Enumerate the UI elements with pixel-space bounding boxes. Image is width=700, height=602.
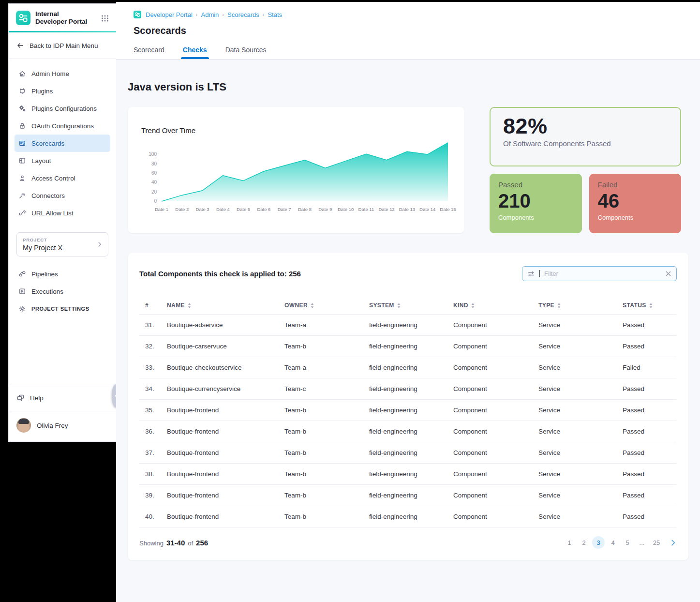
cell-type: Service [538,470,623,478]
breadcrumb-link-stats[interactable]: Stats [268,11,282,18]
cell-kind: Component [453,492,538,499]
cell-name: Boutique-frontend [167,492,284,499]
help-button[interactable]: Help [9,385,116,411]
table-row[interactable]: 38. Boutique-frontend Team-b field-engin… [139,464,677,485]
percent-passed-value: 82% [503,114,668,139]
gears-icon [18,105,26,112]
cell-system: field-engineering [369,343,453,350]
sidebar-item-scorecards[interactable]: Scorecards [15,135,110,152]
table-row[interactable]: 33. Boutique-checkoutservice Team-a fiel… [139,357,677,378]
column-label: TYPE [538,302,554,309]
svg-text:Date 6: Date 6 [257,207,270,212]
sidebar-item-admin-home[interactable]: Admin Home [15,65,110,82]
tab-checks[interactable]: Checks [183,46,207,59]
table-row[interactable]: 35. Boutique-frontend Team-b field-engin… [139,400,677,421]
column-header-kind[interactable]: KIND [453,302,538,309]
page-button-4[interactable]: 4 [607,536,619,549]
sort-arrows-icon [557,302,561,309]
failed-label: Failed [598,181,673,189]
sidebar-item-url-allow-list[interactable]: URL Allow List [15,204,110,222]
sidebar-item-label: Layout [31,157,51,165]
tab-scorecard[interactable]: Scorecard [134,46,164,59]
cell-system: field-engineering [369,449,453,456]
column-label: NAME [167,302,185,309]
page-button-1[interactable]: 1 [563,536,576,549]
table-row[interactable]: 31. Boutique-adservice Team-a field-engi… [139,315,677,336]
column-header-system[interactable]: SYSTEM [369,302,453,309]
sidebar-item-project-settings[interactable]: PROJECT SETTINGS [15,300,110,317]
project-name: My Project X [23,244,102,252]
breadcrumb: Developer Portal›Admin›Scorecards›Stats [134,11,700,18]
filter-box [522,266,677,281]
table-row[interactable]: 39. Boutique-frontend Team-b field-engin… [139,485,677,506]
table-row[interactable]: 32. Boutique-carservuce Team-b field-eng… [139,336,677,357]
table-row[interactable]: 37. Boutique-frontend Team-b field-engin… [139,442,677,464]
breadcrumb-separator: › [263,12,265,17]
total-components-label: Total Components this check is applied t… [139,270,301,278]
trend-chart-card: Trend Over Time 020406080100Date 1Date 2… [128,107,464,233]
app-grid-icon[interactable] [101,14,109,22]
next-page-button[interactable] [670,539,677,546]
sidebar-item-connectors[interactable]: Connectors [15,187,110,204]
tab-data-sources[interactable]: Data Sources [225,46,267,59]
content: Java version is LTS Trend Over Time 0204… [116,60,700,602]
sidebar-item-plugins[interactable]: Plugins [15,82,110,100]
svg-text:Date 15: Date 15 [440,207,456,212]
sidebar-item-pipelines[interactable]: Pipelines [15,265,110,283]
table-row[interactable]: 34. Boutique-currencyservice Team-c fiel… [139,378,677,400]
cell-system: field-engineering [369,428,453,435]
breadcrumb-link-admin[interactable]: Admin [201,11,219,18]
breadcrumb-link-developer-portal[interactable]: Developer Portal [146,11,193,18]
cell-number: 38. [145,470,167,478]
column-label: OWNER [284,302,308,309]
table-row[interactable]: 40. Boutique-frontend Team-b field-engin… [139,506,677,527]
column-header-name[interactable]: NAME [167,302,284,309]
filter-input[interactable] [544,270,661,277]
sidebar-item-label: Plugins [31,88,53,95]
page-button-3[interactable]: 3 [592,536,605,549]
cell-system: field-engineering [369,385,453,392]
cell-owner: Team-b [284,406,369,414]
sidebar-item-oauth-configurations[interactable]: OAuth Configurations [15,117,110,135]
page-button-25[interactable]: 25 [650,536,663,549]
sidebar-item-label: Executions [31,288,63,295]
cell-kind: Component [453,385,538,392]
sidebar-item-plugins-configurations[interactable]: Plugins Configurations [15,100,110,117]
cell-name: Boutique-adservice [167,321,284,329]
sidebar-item-label: PROJECT SETTINGS [31,306,89,312]
page-button-5[interactable]: 5 [621,536,634,549]
project-selector[interactable]: PROJECT My Project X [16,232,108,256]
pagination: 12345...25 [563,536,677,549]
cell-status: Failed [623,364,677,371]
percent-passed-caption: Of Software Components Passed [503,139,668,148]
back-to-idp-main-menu[interactable]: Back to IDP Main Menu [9,32,116,59]
column-header-status[interactable]: STATUS [623,302,677,309]
cell-status: Passed [623,428,677,435]
lock-icon [18,122,26,130]
column-header-type[interactable]: TYPE [538,302,623,309]
trend-area-chart: 020406080100Date 1Date 2Date 3Date 4Date… [141,137,451,218]
table-row[interactable]: 36. Boutique-frontend Team-b field-engin… [139,421,677,442]
plugin-icon [18,87,26,95]
svg-text:0: 0 [154,198,157,204]
breadcrumb-link-scorecards[interactable]: Scorecards [227,11,259,18]
svg-text:Date 11: Date 11 [358,207,374,212]
svg-text:Date 10: Date 10 [338,207,354,212]
person-icon [18,174,26,182]
sidebar-item-access-control[interactable]: Access Control [15,169,110,187]
column-header-owner[interactable]: OWNER [284,302,369,309]
svg-text:Date 9: Date 9 [318,207,332,212]
sort-arrows-icon [187,302,192,309]
page-button-2[interactable]: 2 [578,536,590,549]
cell-type: Service [538,343,623,350]
svg-text:Date 2: Date 2 [175,207,189,212]
clear-filter-icon[interactable] [665,271,671,277]
sidebar-item-layout[interactable]: Layout [15,152,110,169]
cell-number: 32. [145,343,167,350]
showing-total: 256 [196,539,208,547]
user-menu[interactable]: Olivia Frey [9,411,116,441]
scorecard-icon [18,139,26,147]
column-label: STATUS [623,302,646,309]
cell-type: Service [538,364,623,371]
sidebar-item-executions[interactable]: Executions [15,283,110,300]
